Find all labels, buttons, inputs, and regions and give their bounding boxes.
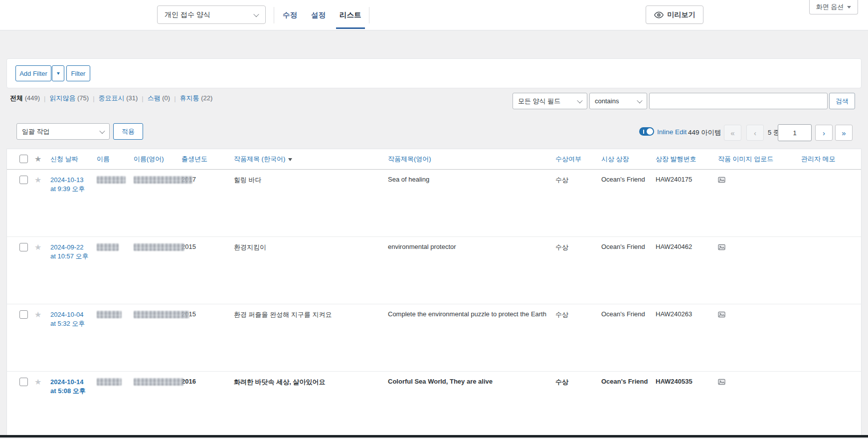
status-link-unread[interactable]: 읽지않음 (75) [49,94,89,103]
chevron-down-icon [847,6,851,8]
column-header-birth-year[interactable]: 출생년도 [179,149,231,169]
form-select[interactable]: 개인 접수 양식 [157,5,266,24]
admin-memo-cell [799,304,862,371]
preview-button[interactable]: 미리보기 [646,5,703,24]
certificate-cell: Ocean's Friend [599,304,653,371]
filter-panel: Add Filter Filter [6,58,862,88]
inline-edit-label[interactable]: Inline Edit [657,128,687,136]
certificate-cell: Ocean's Friend [599,169,653,236]
entries-tbody: ★ 2024-10-13 at 9:39 오후 2017 힐링 바다 Sea o… [7,169,862,435]
row-checkbox[interactable] [19,243,28,251]
add-filter-button[interactable]: Add Filter [15,65,51,81]
column-header-star[interactable]: ★ [32,149,48,169]
date-cell: 2024-09-22 at 10:57 오후 [48,236,94,304]
entry-date-link[interactable]: 2024-09-22 at 10:57 오후 [50,243,90,261]
image-upload-cell [715,236,799,304]
row-checkbox[interactable] [19,176,28,184]
column-header-image-upload[interactable]: 작품 이미지 업로드 [715,149,799,169]
row-checkbox-cell [7,304,32,371]
chevron-down-icon [637,97,642,103]
admin-memo-cell [799,371,862,435]
award-cell: 수상 [553,169,599,236]
condition-select[interactable]: contains [589,93,647,109]
form-field-select[interactable]: 모든 양식 필드 [513,93,587,109]
status-link-spam[interactable]: 스팸 (0) [148,94,171,103]
column-header-date[interactable]: 신청 날짜 [48,149,94,169]
date-cell: 2024-10-14 at 5:08 오후 [48,371,94,435]
entry-date-link[interactable]: 2024-10-13 at 9:39 오후 [50,176,90,194]
column-header-certificate[interactable]: 시상 상장 [599,149,653,169]
divider [369,7,369,23]
pagination-first-button[interactable]: « [724,125,741,141]
image-upload-cell [715,371,799,435]
separator: | [44,95,45,102]
star-icon: ★ [34,155,41,163]
image-upload-icon[interactable] [718,378,725,386]
chevron-down-icon [577,97,582,103]
redacted-name-en [134,311,189,318]
star-icon[interactable]: ★ [34,378,41,386]
name-en-cell [131,236,179,304]
name-cell [94,169,131,236]
item-count: 449 아이템 [688,128,721,137]
column-header-name-en[interactable]: 이름(영어) [131,149,179,169]
column-header-title-kr[interactable]: 작품제목 (한국어) [231,149,385,169]
add-filter-dropdown-toggle[interactable] [52,65,64,81]
column-header-name[interactable]: 이름 [94,149,131,169]
search-button[interactable]: 검색 [829,93,855,109]
current-page-input[interactable] [778,124,812,141]
redacted-name [97,243,119,251]
title-en-cell: Colorful Sea World, They are alive [385,371,553,435]
row-checkbox[interactable] [19,378,28,386]
tab-edit[interactable]: 수정 [283,0,297,30]
entry-date-link[interactable]: 2024-10-04 at 5:32 오후 [50,310,90,328]
star-icon[interactable]: ★ [34,243,41,251]
image-upload-icon[interactable] [718,176,725,184]
row-checkbox-cell [7,371,32,435]
name-cell [94,371,131,435]
redacted-name [97,176,126,184]
bottom-dark-bar [0,435,868,438]
star-icon[interactable]: ★ [34,176,41,184]
screen-options-button[interactable]: 화면 옵션 [809,0,858,14]
table-row: ★ 2024-09-22 at 10:57 오후 2015 환경지킴이 envi… [7,236,862,304]
cert-no-cell: HAW240175 [653,169,715,236]
date-cell: 2024-10-13 at 9:39 오후 [48,169,94,236]
separator: | [142,95,143,102]
topbar: 개인 접수 양식 수정 설정 리스트 미리보기 화면 옵션 [0,0,868,30]
certificate-cell: Ocean's Friend [599,236,653,304]
column-header-cert-no[interactable]: 상장 발행번호 [653,149,715,169]
title-kr-cell: 화려한 바닷속 세상, 살아있어요 [231,371,385,435]
entry-date-link[interactable]: 2024-10-14 at 5:08 오후 [50,378,90,396]
separator: | [93,95,94,102]
apply-button[interactable]: 적용 [113,123,143,140]
row-checkbox-cell [7,236,32,304]
pagination-prev-button[interactable]: ‹ [746,125,764,141]
status-link-starred[interactable]: 중요표시 (31) [99,94,138,103]
column-header-admin-memo[interactable]: 관리자 메모 [799,149,862,169]
row-checkbox-cell [7,169,32,236]
status-link-all[interactable]: 전체 (449) [10,94,40,103]
star-icon[interactable]: ★ [34,310,41,319]
tab-settings[interactable]: 설정 [311,0,326,30]
image-upload-icon[interactable] [718,311,725,318]
select-all-checkbox[interactable] [19,155,28,163]
column-header-title-en[interactable]: 작품제목(영어) [385,149,553,169]
pagination-last-button[interactable]: » [835,125,853,141]
award-cell: 수상 [553,371,599,435]
search-input[interactable] [649,93,828,109]
filter-button[interactable]: Filter [66,65,90,81]
title-kr-cell: 힐링 바다 [231,169,385,236]
column-header-award[interactable]: 수상여부 [553,149,599,169]
redacted-name-en [134,243,184,251]
tab-bar: 수정 설정 리스트 [283,0,361,30]
image-upload-cell [715,304,799,371]
cert-no-cell: HAW240462 [653,236,715,304]
inline-edit-toggle[interactable] [639,127,654,136]
pagination-next-button[interactable]: › [815,125,833,141]
row-checkbox[interactable] [19,310,28,319]
image-upload-icon[interactable] [718,243,725,251]
status-link-trash[interactable]: 휴지통 (22) [180,94,213,103]
tab-list[interactable]: 리스트 [340,0,361,30]
bulk-action-select[interactable]: 일괄 작업 [16,123,110,140]
